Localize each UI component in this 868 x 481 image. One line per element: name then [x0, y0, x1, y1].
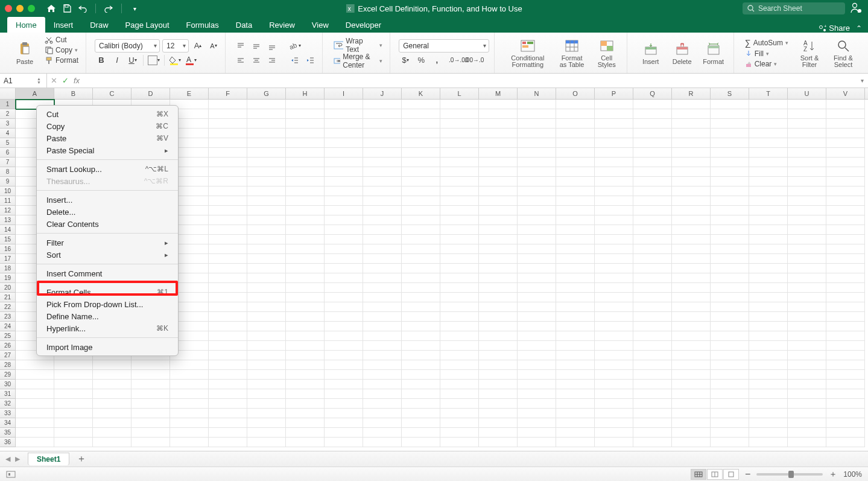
- cut-button[interactable]: Cut: [42, 35, 81, 45]
- cell[interactable]: [479, 206, 518, 215]
- cell[interactable]: [247, 177, 286, 186]
- sheet-tab-sheet1[interactable]: Sheet1: [28, 453, 69, 465]
- cell[interactable]: [518, 428, 556, 438]
- cell[interactable]: [595, 273, 633, 283]
- cell[interactable]: [325, 341, 363, 351]
- cell[interactable]: [518, 206, 556, 215]
- cell[interactable]: [826, 293, 865, 302]
- tab-developer[interactable]: Developer: [337, 17, 390, 33]
- name-box[interactable]: A1▲▼: [0, 74, 47, 88]
- cell[interactable]: [54, 438, 93, 447]
- cell[interactable]: [402, 206, 440, 215]
- cell[interactable]: [788, 148, 826, 158]
- cell[interactable]: [595, 438, 633, 447]
- cell[interactable]: [170, 360, 209, 370]
- align-top-button[interactable]: [234, 39, 247, 53]
- cell[interactable]: [556, 129, 595, 138]
- cell[interactable]: [711, 351, 749, 360]
- cell[interactable]: [556, 273, 595, 283]
- cell[interactable]: [209, 235, 247, 244]
- cell[interactable]: [209, 109, 247, 119]
- cell[interactable]: [325, 370, 363, 380]
- cell[interactable]: [826, 380, 865, 389]
- cell[interactable]: [711, 399, 749, 409]
- cell[interactable]: [788, 351, 826, 360]
- cell[interactable]: [440, 129, 479, 138]
- cell[interactable]: [788, 409, 826, 418]
- cell[interactable]: [633, 225, 672, 235]
- cell[interactable]: [247, 418, 286, 428]
- cell[interactable]: [479, 312, 518, 322]
- cell[interactable]: [518, 331, 556, 341]
- cell[interactable]: [131, 418, 170, 428]
- cell[interactable]: [788, 225, 826, 235]
- cell[interactable]: [595, 283, 633, 293]
- cell[interactable]: [633, 167, 672, 177]
- cell[interactable]: [325, 167, 363, 177]
- cell[interactable]: [247, 100, 286, 109]
- cell[interactable]: [440, 428, 479, 438]
- cell[interactable]: [286, 380, 325, 389]
- row-header[interactable]: 15: [0, 235, 16, 244]
- column-header[interactable]: U: [788, 88, 826, 99]
- cell[interactable]: [286, 158, 325, 167]
- cell[interactable]: [440, 380, 479, 389]
- cell[interactable]: [247, 244, 286, 254]
- row-header[interactable]: 35: [0, 428, 16, 438]
- cell[interactable]: [286, 283, 325, 293]
- cell[interactable]: [363, 225, 402, 235]
- cell[interactable]: [595, 399, 633, 409]
- cell[interactable]: [286, 215, 325, 225]
- cell[interactable]: [209, 215, 247, 225]
- cell[interactable]: [286, 148, 325, 158]
- cell[interactable]: [479, 235, 518, 244]
- cell[interactable]: [479, 399, 518, 409]
- cell[interactable]: [788, 177, 826, 186]
- cell[interactable]: [633, 399, 672, 409]
- cell[interactable]: [826, 409, 865, 418]
- cell[interactable]: [749, 293, 788, 302]
- sort-filter-button[interactable]: AZSort & Filter: [794, 37, 825, 69]
- cell[interactable]: [749, 100, 788, 109]
- cell[interactable]: [93, 399, 131, 409]
- cell[interactable]: [711, 225, 749, 235]
- cell[interactable]: [54, 418, 93, 428]
- cell[interactable]: [209, 370, 247, 380]
- cell[interactable]: [518, 399, 556, 409]
- cell[interactable]: [209, 158, 247, 167]
- cell[interactable]: [556, 418, 595, 428]
- cell[interactable]: [711, 370, 749, 380]
- cell[interactable]: [826, 399, 865, 409]
- cell[interactable]: [247, 109, 286, 119]
- cell[interactable]: [131, 399, 170, 409]
- cell[interactable]: [518, 215, 556, 225]
- column-header[interactable]: O: [556, 88, 595, 99]
- tab-formulas[interactable]: Formulas: [178, 17, 227, 33]
- row-header[interactable]: 8: [0, 167, 16, 177]
- paste-button[interactable]: Paste: [10, 35, 40, 71]
- cell[interactable]: [209, 167, 247, 177]
- increase-indent-button[interactable]: [304, 54, 317, 67]
- row-header[interactable]: 18: [0, 264, 16, 273]
- cell[interactable]: [711, 283, 749, 293]
- cell[interactable]: [826, 109, 865, 119]
- cell[interactable]: [440, 148, 479, 158]
- cell[interactable]: [749, 186, 788, 196]
- cell[interactable]: [247, 148, 286, 158]
- cell[interactable]: [479, 148, 518, 158]
- cell[interactable]: [633, 283, 672, 293]
- cell[interactable]: [749, 138, 788, 148]
- cell[interactable]: [788, 438, 826, 447]
- cell[interactable]: [247, 293, 286, 302]
- cell[interactable]: [633, 418, 672, 428]
- cell[interactable]: [325, 100, 363, 109]
- cell[interactable]: [826, 119, 865, 129]
- cell[interactable]: [402, 331, 440, 341]
- cell[interactable]: [633, 100, 672, 109]
- cell[interactable]: [363, 264, 402, 273]
- cell[interactable]: [286, 428, 325, 438]
- cell[interactable]: [286, 129, 325, 138]
- cell[interactable]: [556, 438, 595, 447]
- cell[interactable]: [325, 235, 363, 244]
- cell[interactable]: [711, 254, 749, 264]
